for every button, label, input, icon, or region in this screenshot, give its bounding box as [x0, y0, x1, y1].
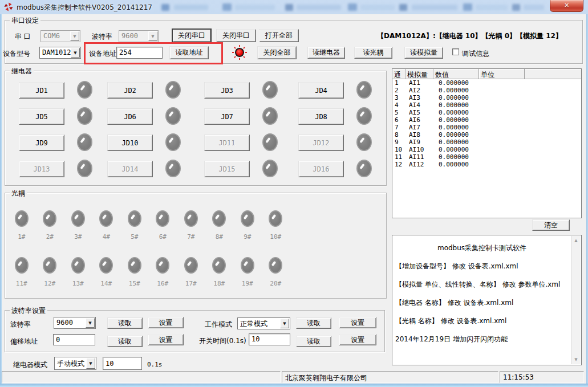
table-header-cell[interactable]: 数值 [433, 69, 479, 79]
work-mode-value: 正常模式 [240, 319, 267, 329]
switch-time-input[interactable]: 10 [249, 333, 290, 345]
work-mode-set-button[interactable]: 设置 [339, 317, 376, 328]
table-header-cell[interactable]: 模拟量 [405, 69, 433, 79]
relay-button[interactable]: JD11 [204, 135, 250, 151]
scroll-up-icon[interactable]: ▲ [571, 236, 581, 245]
changelog-line: 2014年12月19日 增加闪开闪闭功能 [395, 335, 570, 344]
changelog-text: modbus采集控制卡测试软件 【增加设备型号】 修改 设备表.xml.xml … [394, 237, 570, 364]
read-address-button[interactable]: 读取地址 [169, 46, 209, 59]
opto-indicator-lamp [15, 210, 29, 227]
relay-button[interactable]: JD10 [107, 135, 153, 151]
channel-cell: 10 [392, 146, 405, 153]
table-row[interactable]: 12 AI12 0.000000 [392, 161, 581, 168]
relay-button[interactable]: JD9 [19, 135, 64, 151]
close-button[interactable]: ✕ [550, 0, 583, 12]
table-header-cell[interactable]: 通 [392, 69, 405, 79]
background-window-blob [512, 4, 520, 11]
relay-button[interactable]: JD4 [298, 82, 344, 99]
opto-indicator-lamp [269, 210, 282, 227]
name-cell: AI5 [405, 109, 433, 116]
table-header-cell[interactable] [525, 69, 581, 79]
statusbar-time: 11:15:53 [500, 371, 584, 383]
opto-row-2: 11# 12# 13# 14# 15# [7, 257, 291, 287]
table-row[interactable]: 11 AI11 0.000000 [392, 153, 581, 161]
baud-read-button[interactable]: 读取 [107, 317, 143, 329]
relay-button[interactable]: JD7 [204, 108, 250, 125]
read-analog-button[interactable]: 读模拟量 [404, 47, 443, 59]
relay-button[interactable]: JD6 [107, 108, 153, 125]
read-opto-button[interactable]: 读光耦 [354, 47, 392, 59]
relay-cell: JD5 [19, 108, 107, 125]
device-address-input[interactable]: 254 [116, 47, 163, 59]
table-row[interactable]: 6 AI6 0.000000 [392, 116, 581, 124]
device-model-combo[interactable]: DAM1012A ▼ [39, 47, 81, 59]
window-border-bottom [0, 384, 588, 387]
relay-mode-time-input[interactable]: 10 [103, 357, 142, 370]
opto-cell: 2# [36, 210, 64, 241]
baud-label: 波特率 [92, 32, 112, 42]
channel-cell: 3 [392, 94, 405, 101]
relay-button[interactable]: JD1 [19, 82, 64, 99]
relay-button[interactable]: JD3 [204, 82, 250, 99]
opto-cell: 5# [120, 210, 149, 241]
chevron-down-icon[interactable]: ▼ [86, 318, 95, 328]
offset-set-button[interactable]: 设置 [148, 334, 184, 345]
switch-time-set-button[interactable]: 设置 [339, 334, 376, 345]
relay-mode-combo[interactable]: 手动模式 ▼ [54, 357, 96, 370]
offset-address-input[interactable]: 0 [53, 334, 95, 345]
scrollbar[interactable]: ▲ ▼ [571, 236, 581, 364]
relay-button[interactable]: JD15 [204, 161, 250, 177]
close-serial-button-2[interactable]: 关闭串口 [216, 29, 256, 42]
work-mode-read-button[interactable]: 读取 [296, 317, 331, 329]
relay-indicator-lamp [165, 133, 181, 151]
chevron-down-icon[interactable]: ▼ [280, 319, 289, 328]
relay-indicator-lamp [77, 107, 92, 125]
opto-label: 18# [213, 280, 225, 287]
relay-button[interactable]: JD14 [107, 161, 153, 177]
table-row[interactable]: 10 AI10 0.000000 [392, 146, 581, 153]
unit-cell [479, 161, 525, 168]
relay-button[interactable]: JD2 [107, 82, 153, 99]
serial-status-indicator-icon [232, 45, 247, 60]
table-row[interactable]: 1 AI1 0.000000 [392, 79, 581, 87]
offset-read-button[interactable]: 读取 [107, 336, 143, 347]
relay-button[interactable]: JD16 [298, 161, 344, 177]
table-row[interactable]: 3 AI3 0.000000 [392, 94, 581, 101]
close-all-button[interactable]: 关闭全部 [257, 46, 297, 59]
relay-button[interactable]: JD5 [19, 108, 64, 125]
baud-group-title: 波特率设置 [10, 306, 47, 316]
debug-checkbox[interactable] [452, 48, 459, 55]
table-row[interactable]: 9 AI9 0.000000 [392, 138, 581, 146]
relay-indicator-lamp [165, 107, 181, 125]
clear-button[interactable]: 清空 [532, 219, 570, 231]
table-row[interactable]: 2 AI2 0.000000 [392, 87, 581, 94]
opto-cell: 20# [262, 257, 290, 287]
unit-cell [479, 109, 525, 116]
table-header-cell[interactable]: 单位 [479, 69, 525, 79]
work-mode-combo[interactable]: 正常模式 ▼ [237, 317, 290, 329]
switch-time-read-button[interactable]: 读取 [296, 336, 331, 347]
chevron-down-icon[interactable]: ▼ [86, 358, 95, 369]
titlebar[interactable]: modbus采集控制卡软件V0205_20141217 [0, 0, 588, 14]
chevron-down-icon[interactable]: ▼ [71, 48, 80, 58]
relay-button[interactable]: JD13 [19, 161, 64, 177]
name-cell: AI1 [405, 79, 433, 87]
table-row[interactable]: 8 AI8 0.000000 [392, 131, 581, 138]
read-relay-button[interactable]: 读继电器 [307, 47, 345, 59]
baud-set-button[interactable]: 设置 [148, 317, 184, 328]
chevron-down-icon: ▼ [70, 31, 79, 41]
baud-rate-combo[interactable]: 9600 ▼ [54, 317, 96, 329]
scroll-down-icon[interactable]: ▼ [571, 355, 581, 364]
opto-label: 16# [157, 280, 168, 287]
app-icon [4, 2, 13, 11]
table-row[interactable]: 5 AI5 0.000000 [392, 109, 581, 116]
opto-indicator-lamp [241, 210, 254, 227]
opto-indicator-lamp [71, 257, 85, 274]
opto-row-1: 1# 2# 3# 4# 5# 6# [7, 210, 291, 241]
close-serial-button-1[interactable]: 关闭串口 [172, 28, 212, 43]
table-row[interactable]: 7 AI7 0.000000 [392, 124, 581, 131]
open-all-button[interactable]: 打开全部 [259, 29, 299, 42]
table-row[interactable]: 4 AI4 0.000000 [392, 101, 581, 109]
relay-button[interactable]: JD12 [298, 135, 344, 151]
relay-button[interactable]: JD8 [298, 108, 344, 125]
